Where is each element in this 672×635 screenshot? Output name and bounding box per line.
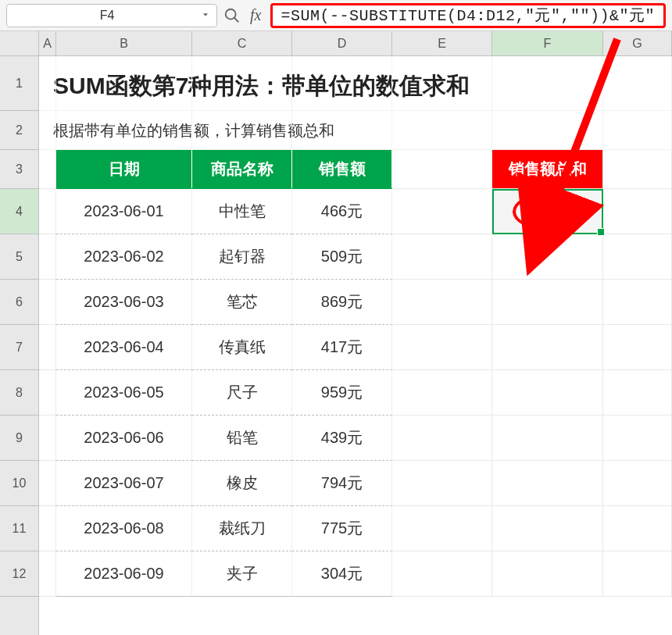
cell-G10[interactable] — [603, 461, 672, 506]
cell-sales-9[interactable]: 439元 — [292, 416, 392, 461]
cell-date-10[interactable]: 2023-06-07 — [56, 461, 192, 506]
row-header-6[interactable]: 6 — [0, 280, 38, 325]
cell-sales-10[interactable]: 794元 — [292, 461, 392, 506]
cell-C2[interactable] — [192, 111, 292, 150]
cell-F10[interactable] — [492, 461, 603, 506]
col-header-C[interactable]: C — [192, 31, 292, 55]
cell-date-7[interactable]: 2023-06-04 — [56, 325, 192, 370]
cell-F8[interactable] — [492, 370, 603, 416]
row-header-1[interactable]: 1 — [0, 56, 38, 111]
row-header-10[interactable]: 10 — [0, 461, 38, 506]
col-header-B[interactable]: B — [56, 31, 192, 55]
cell-product-6[interactable]: 笔芯 — [192, 280, 292, 325]
th-product[interactable]: 商品名称 — [192, 150, 292, 189]
cell-A11[interactable] — [39, 506, 56, 551]
cell-A9[interactable] — [39, 416, 56, 461]
cell-date-8[interactable]: 2023-06-05 — [56, 370, 192, 416]
cell-G8[interactable] — [603, 370, 672, 416]
row-header-4[interactable]: 4 — [0, 189, 38, 234]
cell-D1[interactable] — [292, 56, 392, 111]
cell-G1[interactable] — [603, 56, 672, 111]
cell-sales-11[interactable]: 775元 — [292, 506, 392, 551]
cell-sales-6[interactable]: 869元 — [292, 280, 392, 325]
cell-F7[interactable] — [492, 325, 603, 370]
row-header-8[interactable]: 8 — [0, 370, 38, 416]
cell-A10[interactable] — [39, 461, 56, 506]
cell-F1[interactable] — [492, 56, 603, 111]
cell-sales-8[interactable]: 959元 — [292, 370, 392, 416]
zoom-icon[interactable] — [223, 7, 241, 24]
th-sum[interactable]: 销售额总和 — [492, 150, 603, 189]
cell-date-5[interactable]: 2023-06-02 — [56, 234, 192, 280]
sum-value-cell[interactable]: 466元 — [492, 189, 603, 234]
cell-A4[interactable] — [39, 189, 56, 234]
col-header-A[interactable]: A — [39, 31, 56, 55]
col-header-G[interactable]: G — [603, 31, 672, 55]
cell-F12[interactable] — [492, 551, 603, 597]
cell-product-9[interactable]: 铅笔 — [192, 416, 292, 461]
cell-B1[interactable] — [56, 56, 192, 111]
cell-product-5[interactable]: 起钉器 — [192, 234, 292, 280]
cell-A2[interactable] — [39, 111, 56, 150]
col-header-F[interactable]: F — [492, 31, 603, 55]
cell-E1[interactable] — [392, 56, 492, 111]
cell-A6[interactable] — [39, 280, 56, 325]
cell-G3[interactable] — [603, 150, 672, 189]
cell-sales-5[interactable]: 509元 — [292, 234, 392, 280]
grid[interactable]: SUM函数第7种用法：带单位的数值求和 根据带有单位的销售额，计算销售额总和 日… — [39, 56, 672, 635]
row-header-7[interactable]: 7 — [0, 325, 38, 370]
formula-bar[interactable]: =SUM(--SUBSTITUTE(D4:D12,"元",""))&"元" — [270, 3, 666, 28]
cell-F5[interactable] — [492, 234, 603, 280]
cell-G7[interactable] — [603, 325, 672, 370]
cell-E4[interactable] — [392, 189, 492, 234]
cell-D2[interactable] — [292, 111, 392, 150]
col-header-E[interactable]: E — [392, 31, 492, 55]
cell-C1[interactable] — [192, 56, 292, 111]
cell-E8[interactable] — [392, 370, 492, 416]
cell-A1[interactable] — [39, 56, 56, 111]
cell-G5[interactable] — [603, 234, 672, 280]
cell-E12[interactable] — [392, 551, 492, 597]
cell-date-4[interactable]: 2023-06-01 — [56, 189, 192, 234]
cell-G2[interactable] — [603, 111, 672, 150]
cell-A8[interactable] — [39, 370, 56, 416]
chevron-down-icon[interactable] — [201, 9, 210, 23]
cell-A7[interactable] — [39, 325, 56, 370]
cell-F11[interactable] — [492, 506, 603, 551]
cell-B2[interactable] — [56, 111, 192, 150]
cell-G12[interactable] — [603, 551, 672, 597]
name-box[interactable] — [13, 9, 201, 23]
cell-E9[interactable] — [392, 416, 492, 461]
select-all-corner[interactable] — [0, 31, 39, 56]
cell-G4[interactable] — [603, 189, 672, 234]
row-header-12[interactable]: 12 — [0, 551, 38, 597]
cell-A12[interactable] — [39, 551, 56, 597]
cell-E10[interactable] — [392, 461, 492, 506]
cell-date-6[interactable]: 2023-06-03 — [56, 280, 192, 325]
cell-product-10[interactable]: 橡皮 — [192, 461, 292, 506]
cell-F9[interactable] — [492, 416, 603, 461]
cell-G6[interactable] — [603, 280, 672, 325]
row-header-3[interactable]: 3 — [0, 150, 38, 189]
cell-E11[interactable] — [392, 506, 492, 551]
cell-E2[interactable] — [392, 111, 492, 150]
row-header-2[interactable]: 2 — [0, 111, 38, 150]
cell-sales-4[interactable]: 466元 — [292, 189, 392, 234]
cell-product-7[interactable]: 传真纸 — [192, 325, 292, 370]
cell-A3[interactable] — [39, 150, 56, 189]
cell-E7[interactable] — [392, 325, 492, 370]
fx-icon[interactable]: fx — [247, 6, 264, 24]
cell-E5[interactable] — [392, 234, 492, 280]
name-box-container[interactable] — [6, 4, 217, 27]
cell-A5[interactable] — [39, 234, 56, 280]
row-header-11[interactable]: 11 — [0, 506, 38, 551]
cell-F6[interactable] — [492, 280, 603, 325]
cell-sales-12[interactable]: 304元 — [292, 551, 392, 597]
cell-product-8[interactable]: 尺子 — [192, 370, 292, 416]
cell-F2[interactable] — [492, 111, 603, 150]
th-sales[interactable]: 销售额 — [292, 150, 392, 189]
cell-product-12[interactable]: 夹子 — [192, 551, 292, 597]
cell-product-11[interactable]: 裁纸刀 — [192, 506, 292, 551]
cell-G11[interactable] — [603, 506, 672, 551]
col-header-D[interactable]: D — [292, 31, 392, 55]
